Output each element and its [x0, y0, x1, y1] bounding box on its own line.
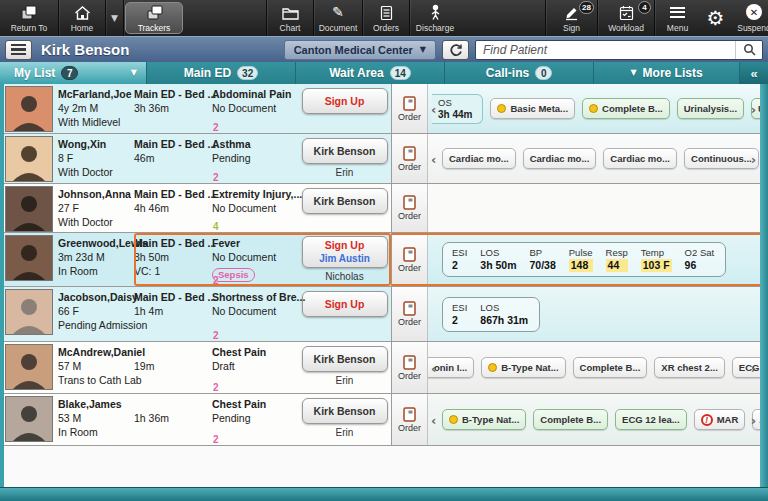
assigned-provider-button[interactable]: Kirk Benson: [302, 138, 388, 164]
assigned-provider-button[interactable]: Kirk Benson: [302, 188, 388, 214]
order-chip[interactable]: B-Type Nat...: [481, 357, 565, 378]
chip-scroll-right[interactable]: ›: [751, 360, 756, 375]
tab-label: Call-ins: [486, 66, 529, 80]
order-chip[interactable]: Cardiac mo...: [523, 148, 597, 169]
chip-scroll-left[interactable]: ‹: [431, 151, 436, 166]
order-button[interactable]: Order: [392, 184, 428, 232]
order-icon: [403, 146, 416, 161]
workload-button[interactable]: 4 Workload: [598, 0, 654, 36]
patient-name: Wong,Xin: [58, 137, 134, 151]
patient-name: Greenwood,Lewis: [58, 236, 134, 250]
tab-more-lists[interactable]: ▼ More Lists: [594, 62, 740, 84]
tab-my-list[interactable]: My List 7 ▼: [0, 62, 147, 84]
assigned-provider-button[interactable]: Kirk Benson: [302, 398, 388, 424]
order-button[interactable]: Order: [392, 134, 428, 183]
order-chip[interactable]: Complete B...: [573, 357, 648, 378]
order-chip[interactable]: Basic Meta...: [490, 98, 575, 119]
order-chips: ‹ OS 3h 44m Basic Meta... Complete B... …: [428, 84, 760, 133]
patient-row[interactable]: Wong,Xin 8 F With Doctor Main ED - Bed .…: [4, 134, 760, 184]
order-chip[interactable]: B-Type Nat...: [442, 409, 526, 430]
patient-photo: [5, 186, 53, 232]
user-header-bar: Kirk Benson Canton Medical Center ▼: [0, 36, 768, 62]
patient-los: 46m: [134, 151, 212, 165]
collapse-panel-button[interactable]: «: [740, 62, 768, 84]
discharge-button[interactable]: Discharge: [410, 0, 460, 36]
patient-row[interactable]: Jacobson,Daisy 66 F Pending Admission Ma…: [4, 287, 760, 342]
tab-main-ed[interactable]: Main ED 32: [147, 62, 296, 84]
vitals-panel[interactable]: ESI2 LOS867h 31m: [442, 297, 540, 332]
clipboard-icon: [377, 4, 396, 21]
tab-label: My List: [14, 66, 55, 80]
orders-button[interactable]: Orders: [363, 0, 409, 36]
chart-button[interactable]: Chart: [267, 0, 313, 36]
order-button[interactable]: Order: [392, 287, 428, 341]
chip-scroll-right[interactable]: ›: [751, 412, 756, 427]
home-button[interactable]: Home: [59, 0, 105, 36]
suspend-button[interactable]: ✕ Suspend: [731, 0, 768, 36]
chip-scroll-left[interactable]: ‹: [431, 101, 436, 116]
order-chip[interactable]: Complete B...: [582, 98, 670, 119]
patient-row[interactable]: McFarland,Joe 4y 2m M With Midlevel Main…: [4, 84, 760, 134]
find-patient-input[interactable]: [476, 43, 735, 57]
tab-count-badge: 7: [61, 66, 78, 80]
chip-scroll-left[interactable]: ‹: [431, 360, 436, 375]
pending-dot-icon: [589, 104, 598, 113]
sign-button[interactable]: 28 Sign: [546, 0, 597, 36]
order-button[interactable]: Order: [392, 84, 428, 133]
patient-status: With Doctor: [58, 215, 134, 229]
chief-complaint: Abdominal Pain: [212, 87, 298, 101]
order-chip[interactable]: Complete B...: [533, 409, 608, 430]
chief-complaint: Chest Pain: [212, 397, 298, 411]
settings-button[interactable]: ⚙: [700, 0, 731, 36]
refresh-button[interactable]: [442, 40, 469, 60]
chief-complaint: Chest Pain: [212, 345, 298, 359]
patient-row[interactable]: McAndrew,Daniel 57 M Trans to Cath Lab 1…: [4, 342, 760, 394]
patient-row[interactable]: Johnson,Anna 27 F With Doctor Main ED - …: [4, 184, 760, 233]
los-chip[interactable]: OS 3h 44m: [432, 94, 483, 124]
sign-up-button[interactable]: Sign Up: [302, 88, 388, 114]
tab-call-ins[interactable]: Call-ins 0: [445, 62, 594, 84]
patient-location: Main ED - Bed ...: [134, 290, 212, 304]
order-button[interactable]: Order: [392, 235, 428, 284]
chip-scroll-right[interactable]: ›: [751, 151, 756, 166]
main-menu-button[interactable]: [5, 40, 32, 60]
order-chip[interactable]: ECG 12 lea...: [615, 409, 687, 430]
assigned-provider-button[interactable]: Kirk Benson: [302, 346, 388, 372]
order-chip[interactable]: XR chest 2...: [654, 357, 725, 378]
order-chip[interactable]: Urinalysis...: [677, 98, 744, 119]
order-chip[interactable]: !MAR: [694, 409, 746, 430]
vitals-panel[interactable]: ESI2 LOS3h 50m BP70/38 Pulse148 Resp44 T…: [442, 242, 726, 277]
order-button[interactable]: Order: [392, 394, 428, 445]
order-icon: [403, 195, 416, 210]
sign-up-button[interactable]: Sign Up: [302, 291, 388, 317]
patient-location: Main ED - Bed ...: [134, 137, 212, 151]
order-chip[interactable]: Continuous...: [684, 148, 759, 169]
patient-los: 3h 50m: [134, 250, 212, 264]
facility-name: Canton Medical Center: [294, 44, 413, 56]
home-icon: [73, 4, 92, 21]
order-chip[interactable]: Cardiac mo...: [442, 148, 516, 169]
order-chip[interactable]: Cardiac mo...: [603, 148, 677, 169]
person-silhouette-icon: [9, 191, 49, 231]
collapse-chevrons-icon: «: [750, 66, 757, 81]
trackers-button[interactable]: Trackers: [125, 2, 183, 34]
sign-up-button[interactable]: Sign Up Jim Austin: [302, 236, 388, 268]
patient-name: Johnson,Anna: [58, 187, 134, 201]
menu-button[interactable]: Menu: [655, 0, 700, 36]
chip-scroll-right[interactable]: ›: [751, 101, 756, 116]
patient-row-highlighted[interactable]: Greenwood,Lewis 3m 23d M In Room Main ED…: [4, 233, 760, 287]
doc-status: No Document: [212, 250, 298, 264]
patient-row[interactable]: Blake,James 53 M In Room 1h 36m Chest Pa…: [4, 394, 760, 446]
assignee-name: Jim Austin: [319, 252, 370, 265]
facility-selector[interactable]: Canton Medical Center ▼: [284, 40, 436, 60]
vertical-scrollbar[interactable]: [760, 84, 768, 487]
document-button[interactable]: ✎ Document: [314, 0, 362, 36]
order-button[interactable]: Order: [392, 342, 428, 393]
patient-photo: [5, 136, 53, 182]
return-to-button[interactable]: Return To: [0, 0, 58, 36]
tab-wait-area[interactable]: Wait Area 14: [296, 62, 445, 84]
chip-scroll-left[interactable]: ‹: [431, 412, 436, 427]
home-dropdown-button[interactable]: ▼: [106, 0, 123, 36]
search-button[interactable]: [735, 41, 762, 59]
doc-status: Pending: [212, 151, 298, 165]
